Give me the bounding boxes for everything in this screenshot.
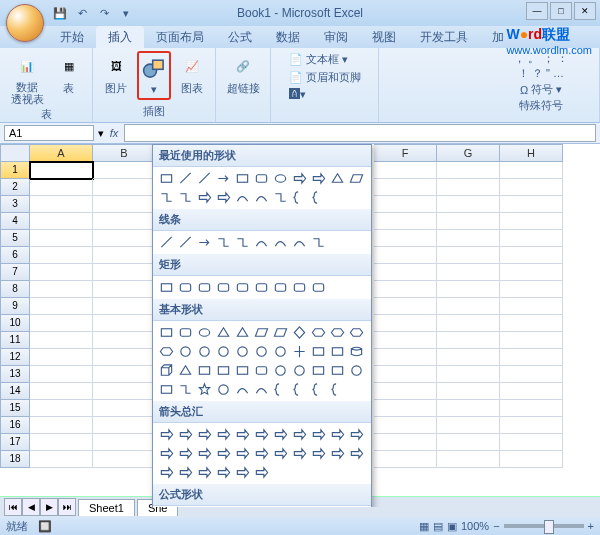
table-button[interactable]: ▦表: [52, 51, 86, 98]
cell[interactable]: [93, 383, 156, 400]
cell[interactable]: [500, 247, 563, 264]
shape-arrow[interactable]: [195, 233, 214, 252]
shape-block[interactable]: [290, 444, 309, 463]
cell[interactable]: [30, 162, 93, 179]
cell[interactable]: [93, 298, 156, 315]
cell[interactable]: [374, 332, 437, 349]
shape-block[interactable]: [347, 444, 366, 463]
cell[interactable]: [500, 281, 563, 298]
shape-rect[interactable]: [157, 380, 176, 399]
shape-rect[interactable]: [328, 342, 347, 361]
shape-circle[interactable]: [290, 361, 309, 380]
cell[interactable]: [30, 451, 93, 468]
shape-line[interactable]: [157, 233, 176, 252]
row-header[interactable]: 6: [0, 247, 30, 264]
cell[interactable]: [93, 434, 156, 451]
worksheet-grid[interactable]: A B F G H 123456789101112131415161718 最近…: [0, 144, 600, 507]
shape-line[interactable]: [195, 169, 214, 188]
shape-curly[interactable]: [309, 188, 328, 207]
qat-save[interactable]: 💾: [50, 3, 70, 23]
tab-review[interactable]: 审阅: [312, 26, 360, 48]
shape-rrect[interactable]: [176, 278, 195, 297]
cell[interactable]: [30, 434, 93, 451]
shape-circle[interactable]: [214, 342, 233, 361]
shape-rect[interactable]: [309, 361, 328, 380]
cell[interactable]: [374, 366, 437, 383]
zoom-in[interactable]: +: [588, 520, 594, 532]
shape-ellipse[interactable]: [195, 323, 214, 342]
shape-ellipse[interactable]: [271, 169, 290, 188]
shape-block[interactable]: [328, 444, 347, 463]
shape-curve[interactable]: [252, 380, 271, 399]
shape-curve[interactable]: [233, 188, 252, 207]
cell[interactable]: [500, 451, 563, 468]
sheet-nav-next[interactable]: ▶: [40, 498, 58, 516]
shape-block[interactable]: [271, 425, 290, 444]
chart-button[interactable]: 📈图表: [175, 51, 209, 98]
shape-rect[interactable]: [157, 278, 176, 297]
shape-block[interactable]: [233, 444, 252, 463]
col-header[interactable]: B: [93, 144, 156, 162]
row-header[interactable]: 11: [0, 332, 30, 349]
cell[interactable]: [93, 230, 156, 247]
name-box[interactable]: [4, 125, 94, 141]
wordart-button[interactable]: 🅰▾: [285, 87, 365, 102]
cell[interactable]: [500, 162, 563, 179]
minimize-button[interactable]: —: [526, 2, 548, 20]
tab-home[interactable]: 开始: [48, 26, 96, 48]
shape-block[interactable]: [252, 463, 271, 482]
shape-block[interactable]: [252, 444, 271, 463]
cell[interactable]: [30, 298, 93, 315]
cell[interactable]: [93, 366, 156, 383]
cell[interactable]: [374, 162, 437, 179]
shape-tri[interactable]: [233, 323, 252, 342]
shape-hex[interactable]: [309, 323, 328, 342]
row-header[interactable]: 12: [0, 349, 30, 366]
shape-rect[interactable]: [233, 169, 252, 188]
cell[interactable]: [93, 349, 156, 366]
shape-block[interactable]: [176, 425, 195, 444]
cell[interactable]: [500, 230, 563, 247]
cell[interactable]: [374, 247, 437, 264]
row-header[interactable]: 2: [0, 179, 30, 196]
shape-curly[interactable]: [290, 380, 309, 399]
shape-hex[interactable]: [347, 323, 366, 342]
shape-line[interactable]: [176, 233, 195, 252]
zoom-out[interactable]: −: [493, 520, 499, 532]
shape-rect[interactable]: [309, 342, 328, 361]
shape-can[interactable]: [347, 342, 366, 361]
cell[interactable]: [437, 434, 500, 451]
shape-block[interactable]: [195, 463, 214, 482]
shape-circle[interactable]: [195, 342, 214, 361]
cell[interactable]: [93, 281, 156, 298]
shape-curve[interactable]: [271, 233, 290, 252]
sheet-nav-last[interactable]: ⏭: [58, 498, 76, 516]
shape-para[interactable]: [347, 169, 366, 188]
cell[interactable]: [30, 281, 93, 298]
shape-block[interactable]: [214, 444, 233, 463]
cell[interactable]: [30, 366, 93, 383]
cell[interactable]: [30, 315, 93, 332]
cell[interactable]: [500, 315, 563, 332]
cell[interactable]: [374, 213, 437, 230]
shape-block[interactable]: [157, 425, 176, 444]
cell[interactable]: [93, 315, 156, 332]
row-header[interactable]: 13: [0, 366, 30, 383]
shape-circle[interactable]: [214, 380, 233, 399]
shape-block[interactable]: [176, 463, 195, 482]
shape-curly[interactable]: [328, 380, 347, 399]
cell[interactable]: [437, 230, 500, 247]
shape-curly[interactable]: [290, 188, 309, 207]
shape-curly[interactable]: [309, 380, 328, 399]
shape-rrect[interactable]: [233, 278, 252, 297]
shape-curve[interactable]: [290, 233, 309, 252]
select-all-corner[interactable]: [0, 144, 30, 162]
cell[interactable]: [437, 332, 500, 349]
cell[interactable]: [437, 383, 500, 400]
shape-rect[interactable]: [233, 361, 252, 380]
cell[interactable]: [500, 196, 563, 213]
cell[interactable]: [437, 162, 500, 179]
row-header[interactable]: 8: [0, 281, 30, 298]
shape-block[interactable]: [233, 425, 252, 444]
shape-rrect[interactable]: [176, 323, 195, 342]
